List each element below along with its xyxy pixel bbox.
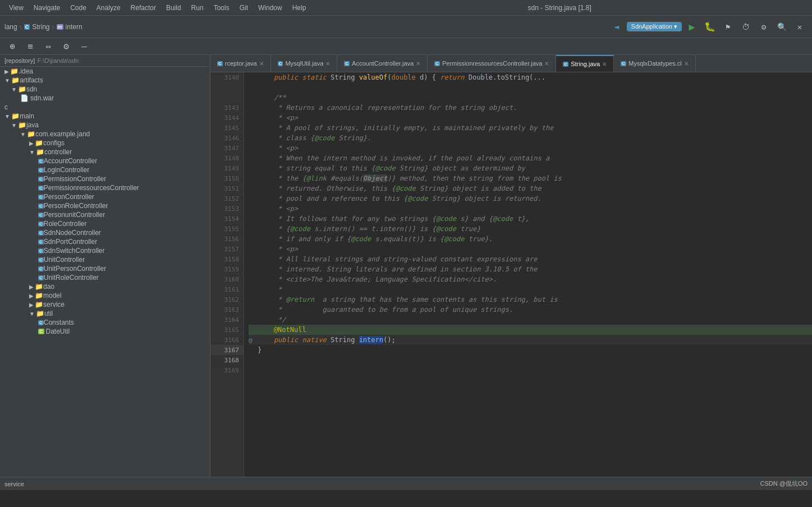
tree-UnitPersonController[interactable]: C UnitPersonController: [0, 264, 210, 273]
tree-PersonRoleController[interactable]: C PersonRoleController: [0, 201, 210, 210]
menu-tools[interactable]: Tools: [209, 3, 234, 13]
tab-close[interactable]: ✕: [325, 61, 330, 67]
tree-SdnPortController[interactable]: C SdnPortController: [0, 237, 210, 246]
menu-navigate[interactable]: Navigate: [29, 3, 65, 13]
tree-label: controller: [44, 148, 72, 156]
line-3165: 3165: [210, 325, 244, 335]
menu-view[interactable]: View: [4, 3, 28, 13]
tab-permissionressources[interactable]: C PermissionressourcesController.java ✕: [428, 55, 556, 72]
nav-icon2[interactable]: ≡: [22, 39, 38, 54]
code-content[interactable]: public static String valueOf(double d) {…: [244, 72, 812, 477]
tree-Constants[interactable]: C Constants: [0, 318, 210, 327]
code-line-3143: [249, 82, 812, 93]
nav-close[interactable]: —: [76, 39, 92, 54]
tab-accountcontroller[interactable]: C AccountController.java ✕: [337, 55, 428, 72]
main-area: [repository] F:\D\jianda\sdn ▶ 📁 .idea ▼…: [0, 55, 812, 477]
menu-build[interactable]: Build: [162, 3, 186, 13]
folder-icon: 📁: [11, 112, 20, 120]
folder-icon: 📁: [18, 121, 26, 129]
tree-main[interactable]: ▼ 📁 main: [0, 112, 210, 121]
tree-controller[interactable]: ▼ 📁 controller: [0, 148, 210, 156]
tree-SdnSwitchController[interactable]: C SdnSwitchController: [0, 246, 210, 255]
back-button[interactable]: ◄: [609, 19, 625, 35]
tree-model[interactable]: ▶ 📁 model: [0, 291, 210, 300]
code-area: 3140 3143 3144 3145 3146 3147 3148 3149 …: [210, 72, 812, 477]
tree-DateUtil[interactable]: C DateUtil: [0, 327, 210, 336]
file-icon: 📄: [20, 94, 29, 102]
class-icon: C: [38, 159, 44, 164]
tree-sdn-war[interactable]: 📄 sdn.war: [0, 94, 210, 103]
tree-LoginController[interactable]: C LoginController: [0, 165, 210, 174]
tree-RoleController[interactable]: C RoleController: [0, 219, 210, 228]
tree-SdnNodeController[interactable]: C SdnNodeController: [0, 228, 210, 237]
status-right: CSDN @侃坑OO: [760, 480, 808, 488]
search-button[interactable]: 🔍: [774, 19, 790, 35]
toolbar: lang › C String › m intern ◄ SdnApplicat…: [0, 16, 812, 38]
breadcrumb-lang[interactable]: lang: [4, 23, 17, 31]
tree-label: PermissionressourcesController: [44, 184, 139, 192]
toolbar-right: ◄ SdnApplication ▾ ▶ 🐛 ⚑ ⏱ ⚙ 🔍 ✕: [609, 19, 808, 35]
menu-window[interactable]: Window: [254, 3, 287, 13]
tab-close[interactable]: ✕: [684, 61, 689, 67]
nav-icon1[interactable]: ⊕: [4, 39, 20, 54]
tree-idea[interactable]: ▶ 📁 .idea: [0, 67, 210, 76]
menu-analyze[interactable]: Analyze: [92, 3, 125, 13]
settings-button[interactable]: ⚙: [756, 19, 772, 35]
tree-PermissionressourcesController[interactable]: C PermissionressourcesController: [0, 183, 210, 192]
tab-rceptor[interactable]: C rceptor.java ✕: [210, 55, 271, 72]
tab-mysqlutil[interactable]: C MysqlUtil.java ✕: [271, 55, 338, 72]
expand-icon: ▶: [29, 293, 34, 299]
tree-sdn-folder[interactable]: ▼ 📁 sdn: [0, 85, 210, 94]
breadcrumb-method[interactable]: intern: [66, 23, 82, 31]
folder-icon: 📁: [11, 76, 20, 84]
menu-refactor[interactable]: Refactor: [126, 3, 160, 13]
menu-git[interactable]: Git: [235, 3, 253, 13]
tab-icon: C: [621, 61, 626, 66]
tree-PersonController[interactable]: C PersonController: [0, 192, 210, 201]
tree-AccountController[interactable]: C AccountController: [0, 156, 210, 165]
breadcrumb-class[interactable]: String: [32, 23, 49, 31]
tab-mysqldatatypes[interactable]: C MysqlxDatatypes.cl ✕: [614, 55, 696, 72]
tab-string[interactable]: C String.java ✕: [556, 55, 614, 72]
tree-PersonunitController[interactable]: C PersonunitController: [0, 210, 210, 219]
close-button[interactable]: ✕: [792, 19, 808, 35]
tree-artifacts[interactable]: ▼ 📁 artifacts: [0, 76, 210, 85]
menu-code[interactable]: Code: [66, 3, 91, 13]
tree-configs[interactable]: ▶ 📁 configs: [0, 139, 210, 148]
tree-c[interactable]: c: [0, 103, 210, 112]
repo-label: [repository]: [4, 57, 35, 64]
debug-button[interactable]: 🐛: [702, 19, 718, 35]
tab-close[interactable]: ✕: [259, 61, 264, 67]
tree-UnitRoleController[interactable]: C UnitRoleController: [0, 273, 210, 282]
tab-icon: C: [278, 61, 283, 66]
tab-close[interactable]: ✕: [544, 61, 549, 67]
tab-icon: C: [344, 61, 350, 66]
tree-java[interactable]: ▼ 📁 java: [0, 121, 210, 130]
nav-icon3[interactable]: ⇔: [40, 39, 56, 54]
class-icon: C: [38, 248, 44, 253]
tree-label: SdnPortController: [44, 238, 97, 246]
profile-button[interactable]: ⏱: [738, 19, 754, 35]
tree-dao[interactable]: ▶ 📁 dao: [0, 282, 210, 291]
breadcrumb-sep2: ›: [52, 23, 54, 31]
line-3158: 3158: [210, 254, 244, 264]
menu-run[interactable]: Run: [187, 3, 208, 13]
tab-close[interactable]: ✕: [416, 61, 420, 67]
coverage-button[interactable]: ⚑: [720, 19, 736, 35]
tree-util[interactable]: ▼ 📁 util: [0, 309, 210, 318]
menu-help[interactable]: Help: [288, 3, 311, 13]
expand-icon: ▼: [29, 149, 35, 155]
tree-label: PersonunitController: [44, 211, 105, 219]
tab-close[interactable]: ✕: [602, 61, 607, 67]
line-3157: 3157: [210, 244, 244, 254]
tree-PermissionController[interactable]: C PermissionController: [0, 174, 210, 183]
nav-icon4[interactable]: ⚙: [58, 39, 74, 54]
tabbar: C rceptor.java ✕ C MysqlUtil.java ✕ C Ac…: [210, 55, 812, 72]
app-selector[interactable]: SdnApplication ▾: [627, 22, 682, 31]
tree-UnitController[interactable]: C UnitController: [0, 255, 210, 264]
tree-com-example[interactable]: ▼ 📁 com.example.jand: [0, 130, 210, 139]
tree-service[interactable]: ▶ 📁 service: [0, 300, 210, 309]
tab-label: String.java: [571, 61, 600, 67]
code-line-3151: * string equal to this {@code String} ob…: [249, 163, 812, 173]
run-button[interactable]: ▶: [684, 19, 700, 35]
